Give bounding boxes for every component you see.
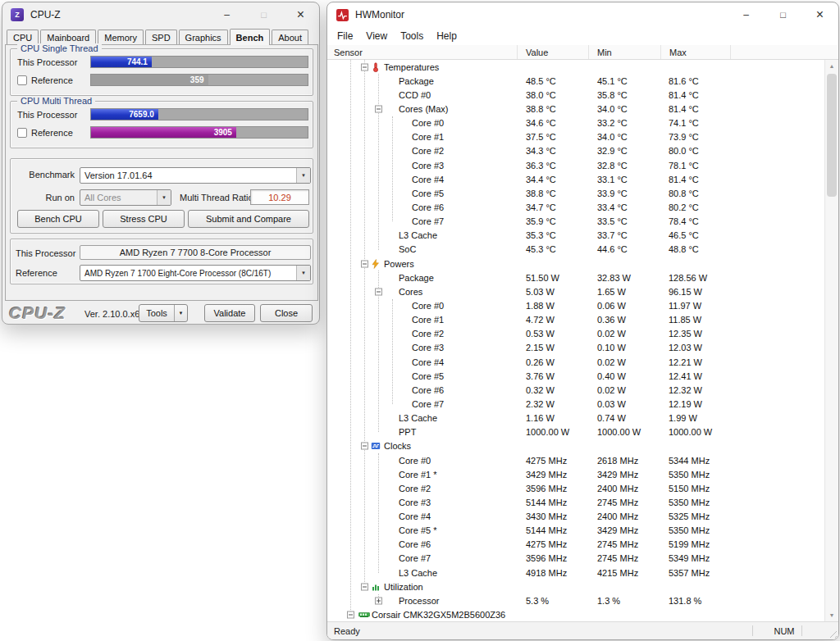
sensor-row-core-2[interactable]: Core #23596 MHz2400 MHz5150 MHz: [327, 481, 824, 495]
menu-help[interactable]: Help: [430, 29, 463, 43]
sensor-min: 0.10 W: [597, 343, 626, 352]
minimize-icon[interactable]: –: [208, 2, 245, 27]
collapse-toggle-icon[interactable]: [361, 260, 368, 267]
tab-spd[interactable]: SPD: [145, 30, 177, 45]
sensor-row-core-5[interactable]: Core #53.76 W0.40 W12.41 W: [327, 369, 824, 383]
sensor-row-core-3[interactable]: Core #336.3 °C32.8 °C78.1 °C: [327, 158, 824, 172]
sensor-row-cores-max-[interactable]: Cores (Max)38.8 °C34.0 °C81.4 °C: [327, 102, 824, 116]
scroll-down-icon[interactable]: ▼: [825, 609, 838, 621]
sensor-row-core-0[interactable]: Core #04275 MHz2618 MHz5344 MHz: [327, 453, 824, 467]
tools-button[interactable]: Tools ▼: [139, 304, 188, 322]
sensor-row-ccd-0[interactable]: CCD #038.0 °C35.8 °C81.4 °C: [327, 88, 824, 102]
sensor-row-core-3[interactable]: Core #32.15 W0.10 W12.03 W: [327, 341, 824, 355]
close-icon[interactable]: ×: [801, 2, 838, 27]
sensor-row-core-7[interactable]: Core #735.9 °C33.5 °C78.4 °C: [327, 215, 824, 229]
sensor-row-core-4[interactable]: Core #43430 MHz2400 MHz5325 MHz: [327, 510, 824, 524]
single-reference-checkbox[interactable]: [17, 75, 27, 85]
maximize-icon[interactable]: □: [765, 2, 801, 27]
sensor-row-package[interactable]: Package48.5 °C45.1 °C81.6 °C: [327, 74, 824, 88]
sensor-row-core-6[interactable]: Core #64275 MHz2745 MHz5199 MHz: [327, 538, 824, 552]
sensor-value: 45.3 °C: [526, 244, 556, 254]
collapse-toggle-icon[interactable]: [347, 611, 354, 619]
sensor-row-core-5[interactable]: Core #538.8 °C33.9 °C80.8 °C: [327, 186, 824, 200]
sensor-row-core-4[interactable]: Core #434.4 °C33.1 °C81.4 °C: [327, 172, 824, 186]
status-divider: [752, 625, 753, 636]
sensor-row-core-2[interactable]: Core #20.53 W0.02 W12.35 W: [327, 327, 824, 341]
cpuz-titlebar[interactable]: Z CPU-Z – □ ×: [2, 2, 319, 27]
vertical-scrollbar[interactable]: ▲ ▼: [824, 60, 838, 621]
sensor-row-ppt[interactable]: PPT1000.00 W1000.00 W1000.00 W: [327, 425, 824, 439]
sensor-row-l3-cache[interactable]: L3 Cache4918 MHz4215 MHz5357 MHz: [327, 566, 824, 580]
sensor-max: 12.41 W: [669, 371, 702, 381]
menu-tools[interactable]: Tools: [394, 29, 430, 43]
sensor-row-core-4[interactable]: Core #40.26 W0.02 W12.21 W: [327, 355, 824, 369]
sensor-row-cores[interactable]: Cores5.03 W1.65 W96.15 W: [327, 284, 824, 298]
multi-reference-checkbox[interactable]: [17, 128, 27, 138]
sensor-row-corsair-cmk32gx5m2b5600z36[interactable]: Corsair CMK32GX5M2B5600Z36: [327, 607, 824, 621]
sensor-row-core-6[interactable]: Core #634.7 °C33.4 °C80.2 °C: [327, 200, 824, 214]
sensor-row-core-1[interactable]: Core #14.72 W0.36 W11.85 W: [327, 313, 824, 327]
sensor-row-core-1-[interactable]: Core #1 *3429 MHz3429 MHz5350 MHz: [327, 467, 824, 481]
menu-view[interactable]: View: [359, 29, 394, 43]
chevron-down-icon[interactable]: ▼: [296, 266, 310, 280]
tab-bench[interactable]: Bench: [230, 29, 271, 45]
sensor-label: PPT: [399, 427, 416, 437]
minimize-icon[interactable]: –: [728, 2, 765, 27]
single-ref-label: Reference: [31, 75, 73, 85]
sensor-label: SoC: [399, 244, 416, 254]
sensor-label: Core #5: [412, 371, 444, 381]
collapse-toggle-icon[interactable]: [361, 63, 368, 70]
sensor-row-utilization[interactable]: Utilization: [327, 580, 824, 593]
benchmark-version-select[interactable]: Version 17.01.64 ▼: [80, 167, 311, 184]
sensor-row-package[interactable]: Package51.50 W32.83 W128.56 W: [327, 270, 824, 284]
sensor-row-core-7[interactable]: Core #73596 MHz2745 MHz5349 MHz: [327, 552, 824, 566]
chevron-down-icon[interactable]: ▼: [296, 168, 310, 183]
column-min[interactable]: Min: [589, 45, 661, 59]
collapse-toggle-icon[interactable]: [361, 583, 368, 590]
validate-button[interactable]: Validate: [204, 304, 255, 322]
collapse-toggle-icon[interactable]: [375, 105, 382, 112]
sensor-label: Package: [399, 273, 434, 283]
sensor-row-core-0[interactable]: Core #034.6 °C33.2 °C74.1 °C: [327, 116, 824, 130]
sensor-row-core-1[interactable]: Core #137.5 °C34.0 °C73.9 °C: [327, 130, 824, 144]
version-text: Ver. 2.10.0.x64: [84, 309, 144, 319]
submit-compare-button[interactable]: Submit and Compare: [188, 210, 309, 228]
sensor-row-l3-cache[interactable]: L3 Cache35.3 °C33.7 °C46.5 °C: [327, 229, 824, 243]
tools-button-label[interactable]: Tools: [139, 305, 174, 321]
sensor-row-core-5-[interactable]: Core #5 *5144 MHz3429 MHz5350 MHz: [327, 524, 824, 538]
close-icon[interactable]: ×: [282, 2, 319, 27]
sensor-min: 0.40 W: [597, 371, 626, 381]
reference-processor-select[interactable]: AMD Ryzen 7 1700 Eight-Core Processor (8…: [80, 265, 311, 281]
hwmonitor-titlebar[interactable]: HWMonitor – □ ×: [327, 2, 838, 27]
sensor-row-processor[interactable]: Processor5.3 %1.3 %131.8 %: [327, 593, 824, 607]
expand-toggle-icon[interactable]: [375, 597, 382, 604]
sensor-row-core-3[interactable]: Core #35144 MHz2745 MHz5350 MHz: [327, 495, 824, 509]
collapse-toggle-icon[interactable]: [361, 443, 368, 450]
tab-memory[interactable]: Memory: [98, 30, 144, 45]
sensor-row-powers[interactable]: Powers: [327, 257, 824, 270]
sensor-row-core-6[interactable]: Core #60.32 W0.02 W12.32 W: [327, 383, 824, 397]
collapse-toggle-icon[interactable]: [375, 288, 382, 295]
tab-graphics[interactable]: Graphics: [179, 30, 228, 45]
close-button[interactable]: Close: [260, 304, 313, 322]
column-sensor[interactable]: Sensor: [327, 45, 518, 59]
tab-about[interactable]: About: [272, 30, 308, 45]
sensor-row-core-2[interactable]: Core #234.3 °C32.9 °C80.0 °C: [327, 144, 824, 158]
menu-file[interactable]: File: [331, 29, 359, 43]
sensor-row-soc[interactable]: SoC45.3 °C44.6 °C48.8 °C: [327, 243, 824, 257]
sensor-row-core-7[interactable]: Core #72.32 W0.03 W12.19 W: [327, 397, 824, 411]
sensor-row-l3-cache[interactable]: L3 Cache1.16 W0.74 W1.99 W: [327, 411, 824, 425]
sensor-row-clocks[interactable]: Clocks: [327, 439, 824, 453]
sensor-value: 0.26 W: [526, 357, 555, 367]
stress-cpu-button[interactable]: Stress CPU: [103, 210, 185, 228]
sensor-min: 33.2 °C: [597, 118, 628, 128]
sensor-row-core-0[interactable]: Core #01.88 W0.06 W11.97 W: [327, 298, 824, 312]
scroll-up-icon[interactable]: ▲: [825, 60, 838, 72]
scrollbar-thumb[interactable]: [827, 74, 837, 197]
column-value[interactable]: Value: [518, 45, 589, 59]
resize-grip[interactable]: [827, 628, 837, 638]
tools-dropdown-icon[interactable]: ▼: [174, 305, 187, 321]
sensor-row-temperatures[interactable]: Temperatures: [327, 60, 824, 74]
column-max[interactable]: Max: [661, 45, 731, 59]
bench-cpu-button[interactable]: Bench CPU: [17, 210, 99, 228]
